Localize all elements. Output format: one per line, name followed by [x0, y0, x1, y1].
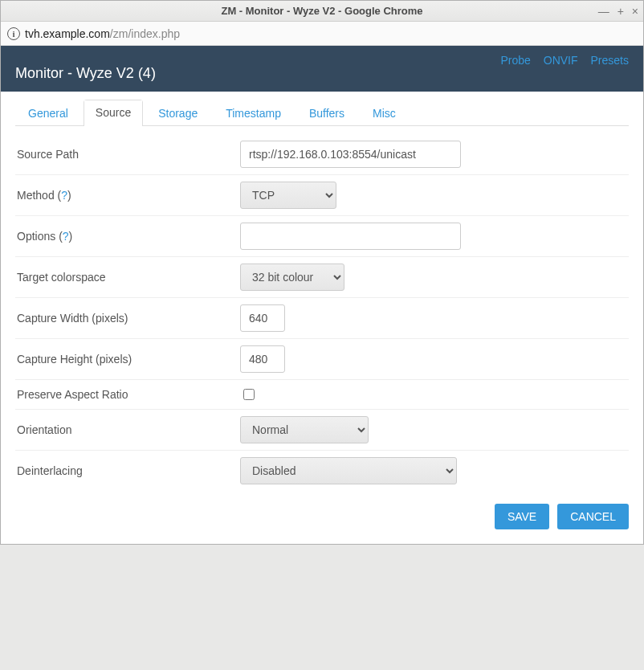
input-source-path[interactable]: [240, 141, 461, 168]
label-options-text: Options: [17, 230, 55, 243]
minimize-icon[interactable]: —: [598, 6, 609, 17]
row-source-path: Source Path: [15, 134, 629, 174]
maximize-icon[interactable]: +: [618, 6, 624, 17]
url-host: tvh.example.com: [25, 27, 110, 40]
address-bar[interactable]: i tvh.example.com/zm/index.php: [1, 22, 643, 46]
page-header: Probe ONVIF Presets Monitor - Wyze V2 (4…: [1, 46, 643, 92]
row-target-colorspace: Target colorspace 32 bit colour: [15, 256, 629, 297]
row-orientation: Orientation Normal: [15, 409, 629, 450]
label-method-text: Method: [17, 189, 55, 202]
onvif-link[interactable]: ONVIF: [544, 54, 578, 67]
tabs: General Source Storage Timestamp Buffers…: [15, 100, 629, 126]
label-deinterlacing: Deinterlacing: [15, 464, 240, 477]
input-options[interactable]: [240, 223, 461, 250]
window-title: ZM - Monitor - Wyze V2 - Google Chrome: [1, 5, 643, 17]
tab-buffers-label[interactable]: Buffers: [297, 100, 357, 126]
row-deinterlacing: Deinterlacing Disabled: [15, 450, 629, 491]
browser-window: ZM - Monitor - Wyze V2 - Google Chrome —…: [0, 0, 644, 545]
header-links: Probe ONVIF Presets: [500, 54, 629, 67]
tab-storage-label[interactable]: Storage: [146, 100, 210, 126]
label-preserve-aspect: Preserve Aspect Ratio: [15, 388, 240, 401]
probe-link[interactable]: Probe: [500, 54, 530, 67]
label-options: Options (?): [15, 230, 240, 243]
input-capture-width[interactable]: [240, 304, 285, 332]
save-button[interactable]: SAVE: [495, 504, 549, 529]
tab-source-label: Source: [84, 100, 142, 125]
row-preserve-aspect: Preserve Aspect Ratio: [15, 379, 629, 409]
close-icon[interactable]: ×: [632, 6, 638, 17]
select-target-colorspace[interactable]: 32 bit colour: [240, 264, 344, 291]
content-area: General Source Storage Timestamp Buffers…: [1, 92, 643, 544]
label-orientation: Orientation: [15, 423, 240, 436]
tab-timestamp[interactable]: Timestamp: [213, 100, 294, 126]
label-method: Method (?): [15, 189, 240, 202]
tab-storage[interactable]: Storage: [145, 100, 210, 126]
presets-link[interactable]: Presets: [591, 54, 629, 67]
label-target-colorspace: Target colorspace: [15, 271, 240, 284]
help-options-icon[interactable]: ?: [63, 230, 69, 243]
help-method-icon[interactable]: ?: [61, 189, 67, 202]
row-method: Method (?) TCP: [15, 174, 629, 215]
url-display: tvh.example.com/zm/index.php: [25, 27, 180, 40]
tab-general[interactable]: General: [15, 100, 81, 126]
label-source-path: Source Path: [15, 148, 240, 161]
input-capture-height[interactable]: [240, 345, 285, 373]
cancel-button[interactable]: CANCEL: [557, 504, 629, 529]
footer-buttons: SAVE CANCEL: [15, 491, 629, 529]
window-titlebar: ZM - Monitor - Wyze V2 - Google Chrome —…: [1, 1, 643, 22]
tab-general-label[interactable]: General: [16, 100, 80, 126]
url-path: /zm/index.php: [110, 27, 180, 40]
tab-misc[interactable]: Misc: [360, 100, 409, 126]
tab-buffers[interactable]: Buffers: [296, 100, 357, 126]
checkbox-preserve-aspect[interactable]: [243, 389, 255, 400]
select-deinterlacing[interactable]: Disabled: [240, 457, 457, 484]
row-capture-width: Capture Width (pixels): [15, 297, 629, 338]
window-buttons: — + ×: [598, 1, 638, 22]
select-method[interactable]: TCP: [240, 182, 336, 209]
label-capture-width: Capture Width (pixels): [15, 312, 240, 325]
tab-timestamp-label[interactable]: Timestamp: [214, 100, 293, 126]
tab-misc-label[interactable]: Misc: [361, 100, 408, 126]
site-info-icon[interactable]: i: [7, 27, 20, 40]
row-options: Options (?): [15, 215, 629, 256]
tab-source[interactable]: Source: [84, 100, 143, 126]
label-capture-height: Capture Height (pixels): [15, 353, 240, 366]
select-orientation[interactable]: Normal: [240, 416, 369, 443]
row-capture-height: Capture Height (pixels): [15, 338, 629, 379]
